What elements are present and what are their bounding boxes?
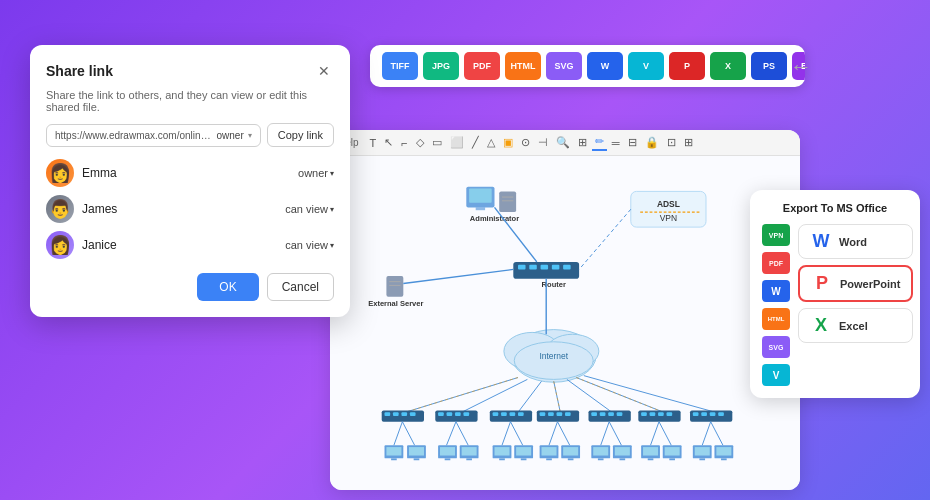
dialog-footer: OK Cancel	[46, 273, 334, 301]
svg-text:Router: Router	[542, 280, 566, 289]
svg-line-81	[510, 422, 522, 446]
emma-name: Emma	[82, 166, 290, 180]
svg-rect-95	[414, 458, 420, 460]
badge-jpg[interactable]: JPG	[423, 52, 459, 80]
word-label: Word	[839, 236, 867, 248]
zoom-in-icon[interactable]: 🔍	[553, 135, 573, 150]
svg-rect-50	[463, 412, 469, 416]
export-icon-html[interactable]: HTML	[762, 308, 790, 330]
export-icon-vpn[interactable]: VPN	[762, 224, 790, 246]
rect2-icon[interactable]: ⬜	[447, 135, 467, 150]
avatar-janice: 👩	[46, 231, 74, 259]
emma-permission[interactable]: owner ▾	[298, 167, 334, 179]
svg-rect-109	[542, 447, 557, 455]
dash-icon[interactable]: ⊟	[625, 135, 640, 150]
link-permission-badge[interactable]: owner	[217, 130, 244, 141]
text-tool-icon[interactable]: T	[367, 136, 380, 150]
network-diagram: ADSL VPN Administrator Router Ext	[330, 156, 800, 490]
badge-ppt[interactable]: P	[669, 52, 705, 80]
svg-line-83	[557, 422, 569, 446]
svg-rect-49	[455, 412, 461, 416]
rect-icon[interactable]: ▭	[429, 135, 445, 150]
svg-rect-11	[513, 262, 579, 279]
shape-icon[interactable]: ◇	[413, 135, 427, 150]
excel-label: Excel	[839, 320, 868, 332]
badge-html[interactable]: HTML	[505, 52, 541, 80]
export-icon-pdf[interactable]: PDF	[762, 252, 790, 274]
badge-tiff[interactable]: TIFF	[382, 52, 418, 80]
user-list: 👩 Emma owner ▾ 👨 James can view ▾ 👩	[46, 159, 334, 259]
svg-line-35	[567, 379, 612, 412]
group-icon[interactable]: ⊞	[575, 135, 590, 150]
badge-excel[interactable]: X	[710, 52, 746, 80]
svg-rect-18	[386, 276, 403, 297]
ok-button[interactable]: OK	[197, 273, 258, 301]
export-powerpoint-card[interactable]: P PowerPoint	[798, 265, 913, 302]
svg-rect-94	[409, 447, 424, 455]
svg-rect-131	[721, 458, 727, 460]
svg-rect-62	[591, 412, 597, 416]
export-icon-word[interactable]: W	[762, 280, 790, 302]
format-toolbar: TIFF JPG PDF HTML SVG W V P X PS EPS CSV	[370, 45, 805, 87]
svg-line-84	[601, 422, 609, 446]
badge-ps[interactable]: PS	[751, 52, 787, 80]
svg-line-88	[702, 422, 710, 446]
svg-rect-47	[438, 412, 444, 416]
svg-line-86	[651, 422, 659, 446]
svg-rect-106	[516, 447, 531, 455]
svg-rect-75	[718, 412, 724, 416]
triangle-icon[interactable]: △	[484, 135, 498, 150]
svg-rect-60	[565, 412, 571, 416]
svg-line-29	[403, 269, 513, 283]
cancel-button[interactable]: Cancel	[267, 273, 334, 301]
james-avatar-img: 👨	[49, 198, 71, 220]
janice-permission[interactable]: can view ▾	[285, 239, 334, 251]
line-icon[interactable]: ╱	[469, 135, 482, 150]
badge-word[interactable]: W	[587, 52, 623, 80]
export-layout: VPN PDF W HTML SVG V W Word P PowerPoint…	[762, 224, 908, 386]
svg-rect-115	[593, 447, 608, 455]
pointer-icon[interactable]: ↖	[381, 135, 396, 150]
pen-icon[interactable]: ✏	[592, 134, 607, 151]
svg-line-40	[576, 378, 663, 413]
link-text: https://www.edrawmax.com/online/fil	[55, 130, 213, 141]
crop-icon[interactable]: ⊡	[664, 135, 679, 150]
svg-rect-59	[557, 412, 563, 416]
corner-icon[interactable]: ⌐	[398, 136, 410, 150]
badge-pdf[interactable]: PDF	[464, 52, 500, 80]
james-permission[interactable]: can view ▾	[285, 203, 334, 215]
svg-rect-107	[521, 458, 527, 460]
connect-icon[interactable]: ⊙	[518, 135, 533, 150]
svg-rect-15	[552, 265, 560, 270]
export-excel-card[interactable]: X Excel	[798, 308, 913, 343]
svg-line-77	[402, 422, 414, 446]
svg-rect-124	[665, 447, 680, 455]
janice-chevron-icon: ▾	[330, 241, 334, 250]
lock-icon[interactable]: 🔒	[642, 135, 662, 150]
svg-line-30	[579, 209, 631, 269]
svg-rect-98	[445, 458, 451, 460]
svg-rect-57	[540, 412, 546, 416]
svg-rect-110	[546, 458, 552, 460]
user-row-james: 👨 James can view ▾	[46, 195, 334, 223]
close-button[interactable]: ✕	[314, 61, 334, 81]
svg-rect-64	[608, 412, 614, 416]
export-word-card[interactable]: W Word	[798, 224, 913, 259]
share-dialog: Share link ✕ Share the link to others, a…	[30, 45, 350, 317]
chevron-down-icon[interactable]: ▾	[248, 131, 252, 140]
export-icon-svg[interactable]: SVG	[762, 336, 790, 358]
svg-rect-73	[701, 412, 707, 416]
badge-vsdx[interactable]: V	[628, 52, 664, 80]
export-icon-v[interactable]: V	[762, 364, 790, 386]
badge-svg[interactable]: SVG	[546, 52, 582, 80]
export-cards: W Word P PowerPoint X Excel	[798, 224, 913, 386]
copy-link-button[interactable]: Copy link	[267, 123, 334, 147]
svg-rect-43	[393, 412, 399, 416]
split-icon[interactable]: ⊣	[535, 135, 551, 150]
fill-icon[interactable]: ▣	[500, 135, 516, 150]
more-icon[interactable]: ⊞	[681, 135, 696, 150]
svg-rect-42	[385, 412, 391, 416]
link-input[interactable]: https://www.edrawmax.com/online/fil owne…	[46, 124, 261, 147]
svg-rect-52	[493, 412, 499, 416]
line2-icon[interactable]: ═	[609, 136, 623, 150]
